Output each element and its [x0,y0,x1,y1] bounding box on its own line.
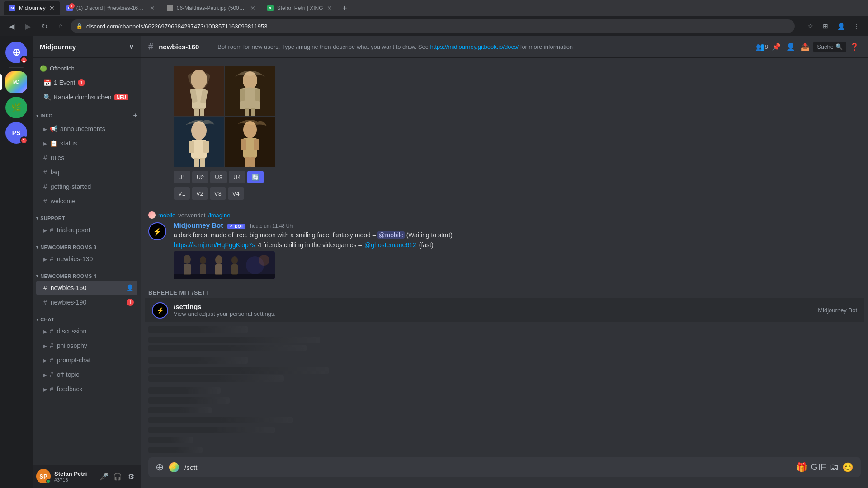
tab-image[interactable]: 06-Matthias-Petri.jpg (500×500) ✕ [161,1,261,15]
gift-icon[interactable]: 🎁 [796,462,807,473]
support-arrow-icon: ▾ [36,216,38,221]
help-button[interactable]: ❓ [848,41,861,53]
v1-button[interactable]: V1 [174,187,190,200]
skeleton-1 [148,326,248,333]
menu-icon[interactable]: ⋮ [850,20,863,33]
svg-rect-18 [194,158,199,168]
category-support-label: SUPPORT [40,216,65,221]
url-bar[interactable]: 🔒 discord.com/channels/66226979698429747… [71,19,795,33]
svg-rect-38 [174,274,275,279]
channel-feedback[interactable]: ▸ # feedback [36,382,137,396]
mute-button[interactable]: 🎤 [98,470,110,483]
chat-add-icon[interactable]: ⊕ [156,461,164,473]
server-status-item[interactable]: 🟢 Öffentlich [33,61,141,75]
u4-button[interactable]: U4 [229,171,245,183]
reload-button[interactable]: ↻ [38,20,51,33]
user-avatar-container[interactable]: SP [36,469,51,483]
new-tab-button[interactable]: + [339,2,351,14]
channel-faq[interactable]: # faq [36,165,137,179]
channel-announcements-label: announcements [60,125,134,132]
member-list-button[interactable]: 👥 8 [755,41,768,53]
skeleton-13 [148,447,203,453]
channel-trial-support[interactable]: ▸ # trial-support [36,223,137,237]
ref-cmd-link[interactable]: /imagine [208,212,230,219]
profile-icon[interactable]: 👤 [835,20,847,33]
channel-topic-link[interactable]: https://midjourney.gitbook.io/docs/ [430,43,519,50]
mobile-mention[interactable]: @mobile [377,231,404,239]
extensions-icon[interactable]: ⊞ [819,20,832,33]
prompt-link[interactable]: https://s.mj.run/HqFggKiop7s [174,241,255,249]
tab-close-discord-icon[interactable]: ✕ [150,5,155,12]
ref-action-text: verwendet [178,212,205,219]
channel-prompt-chat[interactable]: ▸ # prompt-chat [36,353,137,367]
svg-point-28 [184,255,191,264]
ghostemane-mention[interactable]: @ghostemane612 [364,241,416,249]
deafen-button[interactable]: 🎧 [111,470,124,483]
discord-home-button[interactable]: ⊕ 1 [5,42,27,63]
emoji-icon[interactable]: 😊 [842,462,854,473]
u1-button[interactable]: U1 [174,171,190,183]
refresh-button[interactable]: 🔄 [247,171,264,183]
channel-sidebar: Midjourney ∨ 🟢 Öffentlich 📅 1 Event 1 🔍 … [33,36,141,488]
v2-button[interactable]: V2 [192,187,208,200]
event-item[interactable]: 📅 1 Event 1 [36,75,137,90]
search-bar[interactable]: Suche 🔍 [813,42,846,52]
channel-discussion[interactable]: ▸ # discussion [36,324,137,338]
member-list-toggle[interactable]: 👤 [784,41,797,53]
user-discriminator: #3718 [54,477,94,483]
server-header[interactable]: Midjourney ∨ [33,36,141,58]
u2-button[interactable]: U2 [192,171,209,183]
channel-newbies-160[interactable]: # newbies-160 👤 [36,281,137,295]
u3-button[interactable]: U3 [210,171,227,183]
messages-area[interactable]: U1 U2 U3 U4 🔄 V1 V2 V3 V4 [141,58,868,457]
channel-welcome[interactable]: # welcome [36,194,137,208]
forward-button[interactable]: ▶ [22,20,34,33]
chat-input[interactable] [184,464,791,471]
server-icon-blue[interactable]: PS 1 [5,122,27,144]
tab-close-icon[interactable]: ✕ [49,5,55,12]
channel-newbies-130[interactable]: ▸ # newbies-130 [36,252,137,266]
category-newcomer3[interactable]: ▾ NEWCOMER ROOMS 3 [33,237,141,252]
settings-command-row[interactable]: ⚡ /settings View and adjust your persona… [145,298,864,322]
browse-channels-item[interactable]: 🔍 Kanäle durchsuchen NEU [36,90,137,104]
svg-rect-26 [250,157,255,168]
channel-philosophy[interactable]: ▸ # philosophy [36,338,137,353]
category-newcomer4[interactable]: ▾ NEWCOMER ROOMS 4 [33,266,141,281]
category-support[interactable]: ▾ SUPPORT [33,208,141,223]
tab-close-image-icon[interactable]: ✕ [250,5,255,12]
befehle-header: BEFEHLE MIT /sett [141,287,868,298]
midjourney-server-icon[interactable]: MJ [5,71,27,93]
bot-mini-avatar: ⚡ [169,462,179,472]
back-button[interactable]: ◀ [5,20,18,33]
prompt-chat-hash-icon: # [50,357,53,364]
svg-rect-25 [245,157,250,168]
tab-midjourney[interactable]: M Midjourney ✕ [4,1,60,15]
sticker-icon[interactable]: 🗂 [830,462,839,473]
feedback-expand-icon: ▸ [43,385,47,394]
user-settings-button[interactable]: ⚙ [125,470,137,483]
tab-close-xing-icon[interactable]: ✕ [327,5,332,12]
channel-rules[interactable]: # rules [36,150,137,165]
url-text: discord.com/channels/662269796984297473/… [86,23,267,30]
pin-button[interactable]: 📌 [770,41,783,53]
category-info[interactable]: ▾ INFO + [33,104,141,122]
bookmark-star-icon[interactable]: ☆ [804,20,816,33]
channel-newbies-190[interactable]: # newbies-190 1 [36,295,137,310]
server-icon-green[interactable]: 🌿 [5,97,27,118]
category-chat[interactable]: ▾ CHAT [33,310,141,324]
channel-status[interactable]: ▸ 📋 status [36,136,137,150]
tab-xing[interactable]: X Stefan Petri | XING ✕ [262,1,338,15]
v3-button[interactable]: V3 [210,187,226,200]
inbox-button[interactable]: 📥 [799,41,811,53]
main-content: # newbies-160 Bot room for new users. Ty… [141,36,868,488]
category-add-icon[interactable]: + [133,112,137,120]
home-button[interactable]: ⌂ [54,20,67,33]
channel-getting-started[interactable]: # getting-started [36,179,137,194]
tab-discord[interactable]: D 1 (1) Discord | #newbies-160 | Mid... … [61,1,160,15]
status-online-icon: 🟢 [40,65,47,72]
channel-off-topic[interactable]: ▸ # off-topic [36,367,137,382]
channel-status-label: status [60,140,134,147]
gif-icon[interactable]: GIF [811,462,826,473]
channel-announcements[interactable]: ▸ 📢 announcements [36,122,137,136]
v4-button[interactable]: V4 [228,187,244,200]
